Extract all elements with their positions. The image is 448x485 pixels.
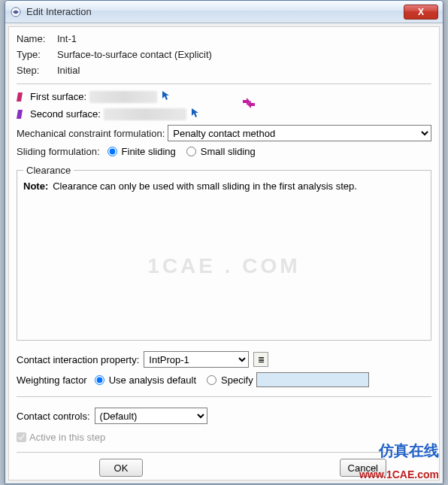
mech-constraint-label: Mechanical constraint formulation:	[17, 128, 165, 139]
step-row: Step: Initial	[17, 65, 431, 76]
type-value: Surface-to-surface contact (Explicit)	[57, 49, 212, 60]
button-bar: OK Cancel	[17, 459, 431, 477]
sliding-radio-group: Finite sliding Small sliding	[104, 146, 256, 157]
separator	[17, 83, 431, 84]
clearance-group: Clearance Note: Clearance can only be us…	[17, 165, 431, 341]
step-label: Step:	[17, 65, 54, 76]
small-sliding-label: Small sliding	[201, 146, 256, 157]
weighting-default-label: Use analysis default	[109, 374, 196, 386]
separator-2	[17, 396, 431, 397]
weighting-row: Weighting factor Use analysis default Sp…	[17, 372, 431, 387]
contact-controls-select[interactable]: (Default)	[95, 408, 207, 424]
small-sliding-radio[interactable]	[186, 147, 196, 156]
clearance-legend: Clearance	[23, 165, 74, 176]
ok-button[interactable]: OK	[99, 459, 143, 477]
watermark: 1CAE . COM	[147, 254, 300, 278]
active-checkbox	[17, 432, 26, 442]
name-row: Name: Int-1	[17, 33, 431, 44]
active-row: Active in this step	[17, 432, 431, 443]
mech-constraint-select[interactable]: Penalty contact method	[168, 125, 431, 141]
sliding-row: Sliding formulation: Finite sliding Smal…	[17, 146, 431, 157]
note-text: Clearance can only be used with small sl…	[53, 180, 357, 192]
sliding-label: Sliding formulation:	[17, 146, 100, 157]
first-surface-value	[89, 91, 157, 103]
create-property-icon: ≣	[258, 355, 265, 365]
finite-sliding-radio[interactable]	[107, 147, 117, 156]
second-surface-row: Second surface:	[17, 108, 431, 120]
step-value: Initial	[57, 65, 80, 76]
clearance-note-row: Note: Clearance can only be used with sm…	[23, 180, 425, 192]
pick-second-surface-icon[interactable]	[191, 108, 200, 120]
second-surface-label: Second surface:	[30, 108, 101, 120]
second-surface-icon	[17, 109, 27, 120]
name-value: Int-1	[57, 33, 77, 44]
second-surface-value	[104, 108, 186, 120]
pick-first-surface-icon[interactable]	[162, 90, 171, 103]
swap-surfaces-icon[interactable]	[242, 98, 256, 111]
weighting-label: Weighting factor	[17, 374, 87, 386]
contact-property-select[interactable]: IntProp-1	[144, 351, 249, 368]
surface-block: First surface: Second surface:	[17, 90, 431, 125]
mech-constraint-row: Mechanical constraint formulation: Penal…	[17, 125, 431, 141]
window-title: Edit Interaction	[26, 6, 404, 17]
dialog-content: Name: Int-1 Type: Surface-to-surface con…	[8, 26, 440, 480]
weighting-radio-group: Use analysis default Specify	[92, 374, 253, 386]
contact-controls-label: Contact controls:	[17, 411, 90, 422]
dialog-window: Edit Interaction X Name: Int-1 Type: Sur…	[5, 0, 443, 484]
weighting-specify-input[interactable]	[256, 372, 369, 387]
titlebar: Edit Interaction X	[5, 1, 443, 23]
note-label: Note:	[23, 180, 48, 192]
weighting-default-radio[interactable]	[95, 375, 104, 385]
first-surface-icon	[17, 92, 27, 102]
contact-property-label: Contact interaction property:	[17, 354, 139, 365]
name-label: Name:	[17, 33, 54, 44]
active-label: Active in this step	[29, 432, 105, 443]
contact-controls-row: Contact controls: (Default)	[17, 408, 431, 424]
app-icon	[10, 6, 22, 18]
finite-sliding-label: Finite sliding	[122, 146, 176, 157]
first-surface-row: First surface:	[17, 90, 431, 103]
first-surface-label: First surface:	[30, 91, 86, 102]
type-row: Type: Surface-to-surface contact (Explic…	[17, 49, 431, 60]
type-label: Type:	[17, 49, 54, 60]
separator-3	[17, 452, 431, 453]
weighting-specify-radio[interactable]	[207, 375, 216, 385]
contact-property-row: Contact interaction property: IntProp-1 …	[17, 351, 431, 368]
weighting-specify-label: Specify	[221, 374, 253, 386]
create-property-button[interactable]: ≣	[253, 352, 268, 367]
close-icon: X	[418, 7, 424, 17]
close-button[interactable]: X	[404, 5, 438, 20]
cancel-button[interactable]: Cancel	[340, 459, 386, 477]
